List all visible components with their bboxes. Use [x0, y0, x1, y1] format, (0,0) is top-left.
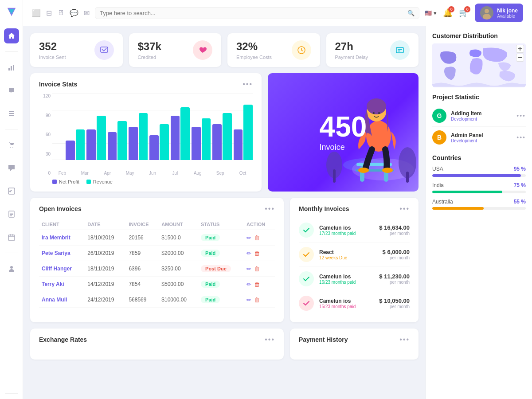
sidebar-item-reports[interactable]	[4, 207, 19, 222]
sidebar-divider-bottom	[5, 393, 18, 394]
open-invoices-header: Open Invoices •••	[39, 205, 275, 213]
sidebar-logo[interactable]	[5, 5, 18, 19]
topbar-icon-4[interactable]: 💬	[70, 9, 78, 17]
cart-badge: 0	[464, 6, 470, 12]
middle-row: Invoice Stats ••• 120 90 60 30 0	[30, 73, 419, 192]
sidebar-item-chat[interactable]	[4, 160, 19, 176]
x-label-aug: Aug	[188, 171, 207, 176]
project-type: Development	[451, 138, 512, 143]
edit-icon[interactable]: ✏	[246, 235, 251, 241]
invoice-stats-header: Invoice Stats •••	[39, 80, 253, 88]
monthly-invoices-card: Monthly Invoices ••• Camelun ios 17/23 m…	[290, 198, 419, 322]
x-label-sep: Sep	[210, 171, 230, 176]
svg-rect-2	[8, 68, 10, 70]
monthly-price: $ 11,230.00	[379, 273, 410, 280]
monthly-sub: 17/23 months paid	[319, 231, 374, 236]
search-input[interactable]	[100, 10, 405, 16]
edit-icon[interactable]: ✏	[246, 297, 251, 303]
map-zoom-in[interactable]	[516, 45, 524, 53]
bar-net-5	[171, 116, 180, 160]
x-label-oct: Oct	[233, 171, 253, 176]
topbar-icon-2[interactable]: ⊟	[46, 9, 52, 17]
open-invoices-menu[interactable]: •••	[265, 205, 275, 213]
delete-icon[interactable]: 🗑	[254, 235, 260, 241]
monthly-price: $ 6,000.00	[383, 249, 410, 255]
stat-info-delay: 27h Payment Delay	[335, 40, 368, 60]
country-name: India	[432, 182, 444, 188]
monthly-info: React 12 weeks Due	[319, 249, 377, 260]
svg-rect-13	[10, 214, 13, 215]
user-profile[interactable]: Nik jone Available	[475, 4, 523, 22]
legend-dot-rev	[86, 180, 91, 184]
invoice-banner-label: Invoice	[320, 143, 367, 152]
col-client: CLIENT	[39, 218, 85, 230]
right-panel: Customer Distribution	[426, 26, 532, 399]
sidebar-item-calendar[interactable]	[4, 230, 19, 245]
svg-rect-4	[13, 65, 14, 70]
country-pct: 95 %	[514, 166, 526, 172]
project-menu[interactable]: •••	[516, 112, 526, 119]
exchange-rates-menu[interactable]: •••	[265, 336, 275, 344]
bottom-row: Open Invoices ••• CLIENT DATE INVOICE AM…	[30, 198, 419, 322]
sidebar-item-profile[interactable]	[4, 261, 19, 276]
country-pct: 55 %	[514, 199, 526, 205]
user-info: Nik jone Available	[497, 8, 518, 19]
invoice-stats-menu[interactable]: •••	[243, 80, 253, 88]
sidebar-item-shop[interactable]	[4, 137, 19, 153]
countries-title: Countries	[432, 154, 526, 161]
edit-icon[interactable]: ✏	[246, 250, 251, 257]
project-menu[interactable]: •••	[516, 134, 526, 141]
delete-icon[interactable]: 🗑	[254, 297, 260, 303]
delete-icon[interactable]: 🗑	[254, 266, 260, 272]
edit-icon[interactable]: ✏	[246, 281, 251, 288]
payment-history-menu[interactable]: •••	[399, 336, 410, 344]
countries-list: USA 95 % India 75 % Australia 55 %	[432, 166, 526, 210]
invoice-banner-content: 450 Invoice	[311, 104, 376, 161]
bar-rev-1	[97, 116, 106, 160]
payment-history-card: Payment History •••	[290, 329, 419, 360]
topbar-icon-3[interactable]: 🖥	[57, 9, 64, 17]
delete-icon[interactable]: 🗑	[254, 281, 260, 288]
monthly-icon	[299, 223, 314, 238]
exchange-rates-header: Exchange Rates •••	[39, 336, 275, 344]
sidebar-item-home[interactable]	[4, 28, 19, 43]
invoice-stats-title: Invoice Stats	[39, 81, 77, 88]
table-header-row: CLIENT DATE INVOICE AMOUNT STATUS ACTION	[39, 218, 275, 230]
stat-icon-delay	[390, 40, 410, 60]
cell-amount: $250.00	[159, 261, 198, 277]
bar-net-7	[212, 124, 222, 160]
monthly-icon	[299, 271, 314, 286]
language-selector[interactable]: 🇺🇸 ▾	[425, 10, 437, 16]
monthly-pm: per month	[379, 231, 410, 236]
monthly-sub: 12 weeks Due	[319, 255, 377, 260]
project-statistic-section: Project Statistic G Adding Item Developm…	[432, 94, 526, 148]
svg-rect-22	[101, 47, 108, 52]
map-zoom-out[interactable]	[516, 54, 524, 62]
edit-icon[interactable]: ✏	[246, 266, 251, 272]
stat-card-delay: 27h Payment Delay	[326, 33, 419, 67]
sidebar-item-tasks[interactable]	[4, 184, 19, 199]
svg-rect-15	[8, 235, 15, 240]
topbar-icon-1[interactable]: ⬜	[32, 9, 41, 17]
delete-icon[interactable]: 🗑	[254, 250, 260, 257]
bar-group-6	[192, 118, 211, 160]
cell-client: Cliff Hanger	[39, 261, 85, 277]
sidebar-item-list[interactable]	[4, 106, 19, 121]
monthly-sub: 16/23 months paid	[319, 280, 374, 285]
svg-rect-3	[11, 66, 12, 70]
project-name: Admin Panel	[451, 132, 512, 138]
progress-fill	[432, 207, 484, 210]
bar-group-0	[66, 129, 85, 160]
topbar-icon-5[interactable]: ✉	[84, 9, 90, 17]
stat-card-costs: 32% Employee Costs	[227, 33, 320, 67]
customer-distribution-title: Customer Distribution	[432, 32, 526, 39]
col-amount: AMOUNT	[159, 218, 198, 230]
sidebar-item-analytics[interactable]	[4, 60, 19, 75]
notifications-button[interactable]: 🔔 0	[443, 8, 453, 18]
country-item: India 75 %	[432, 182, 526, 193]
sidebar-item-messages[interactable]	[4, 83, 19, 98]
bar-rev-5	[180, 107, 190, 160]
exchange-rates-card: Exchange Rates •••	[30, 329, 284, 360]
cart-button[interactable]: 🛒 0	[459, 8, 469, 18]
monthly-invoices-menu[interactable]: •••	[399, 205, 410, 213]
